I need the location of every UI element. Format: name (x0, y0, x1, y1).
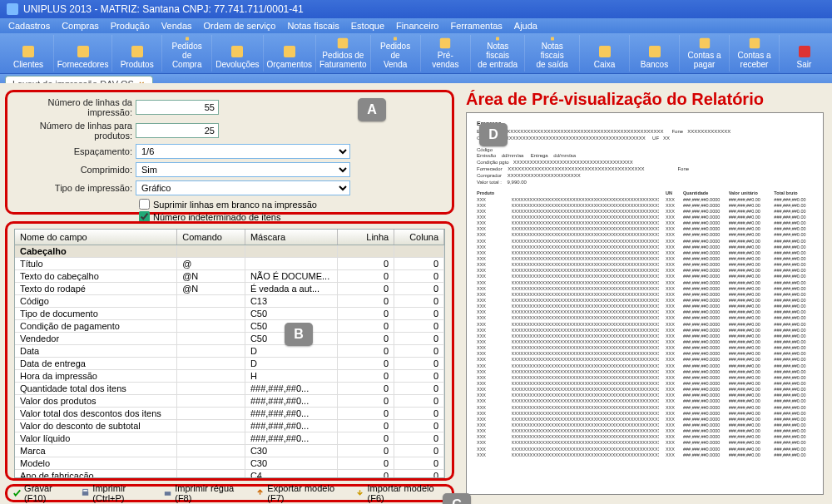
svg-rect-16 (82, 492, 88, 496)
label-espacamento: Espaçamento: (14, 146, 136, 156)
table-row[interactable]: Valor líquido###,###,##0...00 (15, 432, 444, 445)
toolbar-pedidos-de[interactable]: Pedidos de Faturamento (315, 35, 370, 72)
table-row[interactable]: MarcaC3000 (15, 445, 444, 457)
table-row[interactable]: Valor dos produtos###,###,##0...00 (15, 395, 444, 408)
svg-rect-13 (699, 38, 709, 48)
svg-rect-3 (186, 37, 189, 41)
grid-body[interactable]: CabeçalhoTítulo@00Texto do cabeçalho@NNÃ… (14, 245, 445, 478)
importar-button[interactable]: Importar modelo (F6) (355, 483, 447, 503)
svg-rect-7 (394, 37, 397, 41)
toolbar-clientes[interactable]: Clientes (3, 35, 53, 72)
menu-vendas[interactable]: Vendas (161, 21, 192, 31)
menu-bar: CadastrosComprasProduçãoVendasOrdem de s… (0, 18, 832, 33)
toolbar-pedidos-de[interactable]: Pedidos de Compra (161, 35, 211, 72)
svg-rect-0 (22, 46, 34, 57)
menu-compras[interactable]: Compras (62, 21, 99, 31)
table-row[interactable]: Valor total dos descontos dos itens###,#… (15, 408, 444, 420)
app-icon (7, 3, 18, 15)
select-comprimido[interactable]: Sim (136, 162, 350, 177)
table-row[interactable]: Valor do desconto de subtotal###,###,##0… (15, 420, 444, 432)
table-row[interactable]: DataD00 (15, 345, 444, 358)
preview-area: Área de Pré-visualização do Relatório Em… (466, 90, 824, 495)
svg-rect-5 (284, 46, 295, 57)
svg-rect-11 (599, 46, 611, 57)
toolbar-contas-a[interactable]: Contas a receber (729, 35, 779, 72)
col-mascara[interactable]: Máscara (245, 230, 339, 245)
label-linhas-impressao: Número de linhas da impressão: (14, 97, 136, 117)
table-row[interactable]: Condição de pagamentoC5000 (15, 320, 444, 333)
exportar-button[interactable]: Exportar modelo (F7) (255, 483, 347, 503)
main-toolbar: ClientesFornecedoresProdutosPedidos de C… (0, 33, 832, 74)
menu-ordem-de-serviço[interactable]: Ordem de serviço (204, 21, 276, 31)
window-title: UNIPLUS 2013 - MATRIZ: Santana CNPJ: 77.… (23, 3, 304, 15)
table-row[interactable]: Texto do cabeçalho@NNÃO É DOCUME...00 (15, 270, 444, 283)
imprimir-regua-button[interactable]: Imprimir régua (F8) (163, 483, 247, 503)
input-linhas-impressao[interactable] (136, 100, 219, 115)
action-footer: Gravar (F10) Imprimir (Ctrl+P) Imprimir … (5, 484, 454, 502)
svg-rect-18 (165, 492, 171, 496)
svg-rect-17 (83, 489, 88, 492)
svg-rect-6 (338, 38, 348, 48)
col-comando[interactable]: Comando (177, 230, 245, 245)
table-row[interactable]: Texto do rodapé@NÉ vedada a aut...00 (15, 283, 444, 295)
preview-title: Área de Pré-visualização do Relatório (466, 90, 824, 109)
svg-rect-15 (799, 46, 810, 57)
callout-b: B (285, 323, 313, 346)
table-row[interactable]: Quantidade total dos itens###,###,##0...… (15, 383, 444, 395)
toolbar-sair[interactable]: Sair (779, 35, 829, 72)
svg-rect-1 (77, 46, 89, 57)
toolbar-devoluções[interactable]: Devoluções (211, 35, 262, 72)
svg-rect-10 (551, 37, 554, 41)
label-tipo: Tipo de impressão: (14, 183, 136, 193)
toolbar-notas-fiscais[interactable]: Notas fiscais de saída (524, 35, 579, 72)
toolbar-orçamentos[interactable]: Orçamentos (263, 35, 315, 72)
fields-grid-panel: Nome do campo Comando Máscara Linha Colu… (5, 221, 454, 481)
grid-header: Nome do campo Comando Máscara Linha Colu… (14, 229, 445, 245)
svg-rect-2 (131, 46, 143, 57)
grid-section-row: Cabeçalho (15, 245, 444, 258)
imprimir-button[interactable]: Imprimir (Ctrl+P) (81, 483, 155, 503)
col-coluna[interactable]: Coluna (394, 230, 444, 245)
select-tipo-impressao[interactable]: Gráfico (136, 180, 350, 195)
svg-rect-9 (496, 37, 499, 41)
table-row[interactable]: Ano de fabricaçãoC400 (15, 470, 444, 478)
label-linhas-produtos: Número de linhas para produtos: (14, 121, 136, 141)
svg-rect-8 (440, 38, 450, 48)
menu-notas-fiscais[interactable]: Notas fiscais (287, 21, 339, 31)
table-row[interactable]: Hora da impressãoH00 (15, 370, 444, 383)
table-row[interactable]: Tipo de documentoC5000 (15, 308, 444, 320)
toolbar-pré-vendas[interactable]: Pré-vendas (420, 35, 470, 72)
menu-ajuda[interactable]: Ajuda (514, 21, 537, 31)
menu-financeiro[interactable]: Financeiro (396, 21, 438, 31)
gravar-button[interactable]: Gravar (F10) (12, 483, 72, 503)
col-linha[interactable]: Linha (338, 230, 394, 245)
select-espacamento[interactable]: 1/6 (136, 144, 350, 159)
title-bar: UNIPLUS 2013 - MATRIZ: Santana CNPJ: 77.… (0, 0, 832, 18)
check-suprimir[interactable]: Suprimir linhas em branco na impressão (139, 199, 445, 210)
toolbar-pedidos-de[interactable]: Pedidos de Venda (370, 35, 420, 72)
toolbar-notas-fiscais[interactable]: Notas fiscais de entrada (470, 35, 525, 72)
callout-a: A (358, 98, 386, 121)
toolbar-produtos[interactable]: Produtos (111, 35, 161, 72)
table-row[interactable]: CódigoC1300 (15, 295, 444, 308)
toolbar-bancos[interactable]: Bancos (629, 35, 679, 72)
table-row[interactable]: ModeloC3000 (15, 457, 444, 470)
col-nome[interactable]: Nome do campo (15, 230, 177, 245)
menu-cadastros[interactable]: Cadastros (8, 21, 50, 31)
callout-c: C (443, 493, 471, 504)
checkbox-suprimir[interactable] (139, 199, 150, 210)
table-row[interactable]: Título@00 (15, 258, 444, 270)
table-row[interactable]: Data de entregaD00 (15, 358, 444, 370)
table-row[interactable]: VendedorC5000 (15, 333, 444, 345)
callout-d: D (479, 123, 508, 146)
toolbar-caixa[interactable]: Caixa (579, 35, 629, 72)
toolbar-contas-a[interactable]: Contas a pagar (679, 35, 729, 72)
menu-produção[interactable]: Produção (111, 21, 150, 31)
report-paper: EmpresaEndereço XXXXXXXXXXXXXXXXXXXXXXXX… (466, 112, 824, 495)
svg-rect-4 (231, 46, 243, 57)
input-linhas-produtos[interactable] (136, 123, 219, 138)
toolbar-fornecedores[interactable]: Fornecedores (53, 35, 111, 72)
menu-ferramentas[interactable]: Ferramentas (450, 21, 502, 31)
menu-estoque[interactable]: Estoque (351, 21, 384, 31)
svg-rect-14 (749, 38, 759, 48)
